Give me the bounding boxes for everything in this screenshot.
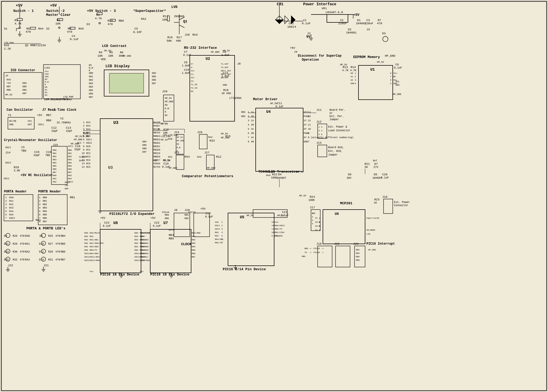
svg-text:R28: R28 [13,243,17,245]
svg-text:J14: J14 [5,151,11,154]
svg-text:RB3: RB3 [153,145,158,148]
svg-text:RA0: RA0 [134,249,138,251]
svg-text:13: 13 [271,224,274,227]
svg-text:C5: C5 [134,27,138,30]
svg-text:HP_GND: HP_GND [207,167,215,170]
svg-text:RA3: RA3 [134,239,138,241]
svg-text:RB3/AN3: RB3/AN3 [140,252,149,255]
svg-text:RB5: RB5 [302,255,306,258]
svg-text:RB6: RB6 [7,89,11,91]
svg-text:11: 11 [271,228,274,230]
svg-text:D3: D3 [382,32,386,35]
svg-text:C2+: C2+ [191,76,195,79]
svg-text:3: 3 [221,228,223,230]
svg-text:RA5: RA5 [84,232,88,234]
svg-text:HP_GND: HP_GND [74,138,82,141]
svg-text:RB8: RB8 [356,259,360,261]
svg-text:4.7K: 4.7K [14,22,22,25]
svg-text:RA5/MCLR: RA5/MCLR [140,232,150,234]
svg-text:RC6: RC6 [86,166,90,168]
svg-text:RA3: RA3 [9,207,13,209]
svg-text:7: 7 [39,217,40,220]
svg-text:PORTA & PORTB LED's: PORTA & PORTB LED's [26,226,65,230]
svg-text:J15: J15 [53,143,58,147]
svg-text:24: 24 [157,135,160,138]
svg-text:RA0: RA0 [53,174,57,177]
svg-text:+5V: +5V [290,46,295,50]
svg-text:LCD2: LCD2 [44,67,50,69]
svg-text:C7: C7 [184,50,187,54]
svg-text:RA3: RA3 [197,156,201,158]
svg-text:J27: J27 [204,151,210,154]
svg-text:16: 16 [157,162,160,165]
svg-text:EEPROM Memory: EEPROM Memory [353,55,380,59]
svg-text:or: or [329,112,333,115]
svg-text:DB6: DB6 [152,79,156,81]
svg-text:HP_5V: HP_5V [221,133,228,135]
svg-text:LCD Contrast: LCD Contrast [102,44,127,48]
svg-text:RA8: RA8 [168,138,172,141]
svg-text:R14: R14 [351,66,356,69]
svg-text:HP_GND: HP_GND [165,100,173,103]
svg-text:Switch -2: Switch -2 [46,9,65,13]
svg-text:Y2: Y2 [60,117,64,120]
svg-text:U1: U1 [370,67,375,72]
svg-text:Vss: Vss [140,270,144,273]
svg-text:27V: 27V [374,166,378,169]
svg-text:DB6: DB6 [142,147,147,150]
svg-text:220uF: 220uF [365,22,373,25]
svg-text:DB5: DB5 [142,144,147,147]
svg-text:OSC1: OSC1 [84,252,89,255]
svg-text:13: 13 [308,115,311,118]
svg-text:470: 470 [377,22,382,25]
svg-text:RB2: RB2 [241,115,245,118]
svg-text:DB4: DB4 [89,86,93,88]
svg-text:RC1: RC1 [86,149,90,151]
svg-text:8: 8 [83,145,84,148]
svg-text:Switch - 1: Switch - 1 [13,9,34,13]
svg-text:Q2 MMBT2222A: Q2 MMBT2222A [25,44,46,47]
svg-text:Ext. Gnd,: Ext. Gnd, [328,150,342,153]
svg-text:C4: C4 [72,35,75,38]
svg-text:R26: R26 [13,235,17,238]
svg-text:J20: J20 [353,242,358,245]
svg-text:+5V: +5V [50,3,57,8]
svg-text:Board Per.: Board Per. [329,109,345,112]
svg-text:RB6: RB6 [43,217,47,220]
svg-text:U8: U8 [113,221,118,225]
svg-text:11: 11 [308,124,311,126]
svg-text:R31: R31 [48,258,53,261]
svg-text:OSC2/RA6: OSC2/RA6 [140,259,150,262]
svg-text:HP_5V: HP_5V [163,159,170,162]
svg-text:3: 3 [355,79,356,81]
svg-text:CLOCK: CLOCK [181,242,191,246]
svg-text:RA2: RA2 [25,250,30,253]
svg-text:OSC2: OSC2 [134,256,139,258]
svg-text:RA1: RA1 [9,200,13,202]
svg-text:8: 8 [390,72,391,74]
svg-text:C19: C19 [163,162,169,165]
svg-text:6: 6 [321,133,322,135]
svg-text:RB4: RB4 [153,142,158,144]
svg-text:1: 1 [221,221,223,223]
svg-text:4.7K: 4.7K [342,69,348,72]
svg-text:OSC1: OSC1 [134,252,139,255]
svg-text:Vss: Vss [90,270,94,273]
svg-rect-0 [0,0,548,392]
svg-rect-104 [109,73,144,93]
svg-text:HP_GND: HP_GND [211,51,219,54]
svg-text:RB3: RB3 [53,158,57,161]
svg-text:R6: R6 [120,51,123,54]
svg-text:T2_OUT: T2_OUT [221,66,229,69]
svg-text:RB5: RB5 [53,165,57,167]
svg-text:RA5: RA5 [79,27,84,30]
svg-text:3: 3 [312,219,313,221]
svg-text:LCD Display: LCD Display [105,64,130,68]
svg-text:1.0uF: 1.0uF [221,75,229,78]
svg-text:8 (actually different numberin: 8 (actually different numbering) [308,136,353,139]
svg-text:1: 1 [83,121,84,124]
svg-text:RA4: RA4 [38,27,43,30]
svg-text:4: 4 [312,222,313,225]
svg-text:13: 13 [82,162,85,165]
schematic-diagram: +5V +5V Switch - 1 Switch -2 Master Clea… [0,0,548,392]
